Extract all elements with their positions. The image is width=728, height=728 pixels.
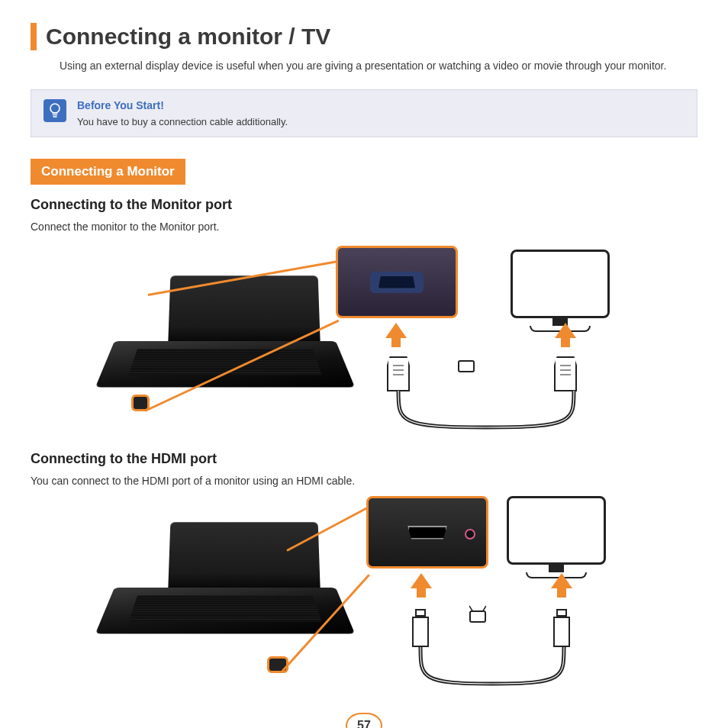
section-heading: Connecting a Monitor <box>31 159 185 185</box>
cable-illustration <box>412 647 572 693</box>
page-title: Connecting a monitor / TV <box>46 24 330 50</box>
arrow-up-icon <box>411 573 432 588</box>
subsection-body-monitor-port: Connect the monitor to the Monitor port. <box>31 221 697 233</box>
arrow-up-icon <box>551 573 572 588</box>
vga-connector-icon <box>554 356 577 391</box>
page-title-row: Connecting a monitor / TV <box>31 23 697 50</box>
hdmi-port-icon <box>407 526 447 540</box>
display-icon <box>458 360 475 372</box>
lightbulb-icon <box>43 99 66 122</box>
hdmi-connector-icon <box>412 617 429 647</box>
subsection-body-hdmi-port: You can connect to the HDMI port of a mo… <box>31 475 697 487</box>
monitor-illustration <box>503 496 610 580</box>
vga-port-icon <box>370 272 424 293</box>
laptop-illustration <box>114 519 336 656</box>
subsection-heading-monitor-port: Connecting to the Monitor port <box>31 197 697 213</box>
tip-title: Before You Start! <box>77 99 288 111</box>
vga-port-zoom <box>336 246 458 318</box>
audio-jack-icon <box>465 529 475 540</box>
monitor-illustration <box>507 250 614 333</box>
tip-body: You have to buy a connection cable addit… <box>77 116 288 127</box>
cable-illustration <box>387 391 585 436</box>
arrow-up-icon <box>385 323 407 338</box>
arrow-up-icon <box>555 323 576 338</box>
hdmi-connector-icon <box>553 617 570 647</box>
page-number: 57 <box>346 713 382 728</box>
svg-point-0 <box>50 104 60 113</box>
vga-connector-icon <box>387 356 410 391</box>
title-accent-bar <box>31 23 37 50</box>
tip-callout: Before You Start! You have to buy a conn… <box>31 89 697 137</box>
subsection-heading-hdmi-port: Connecting to the HDMI port <box>31 451 697 467</box>
page-footer: 57 <box>31 713 697 728</box>
intro-text: Using an external display device is usef… <box>60 58 697 74</box>
figure-hdmi-connection <box>31 496 697 694</box>
figure-vga-connection <box>31 242 697 433</box>
tip-content: Before You Start! You have to buy a conn… <box>77 99 288 127</box>
tv-icon <box>469 610 486 623</box>
hdmi-port-zoom <box>366 496 488 569</box>
